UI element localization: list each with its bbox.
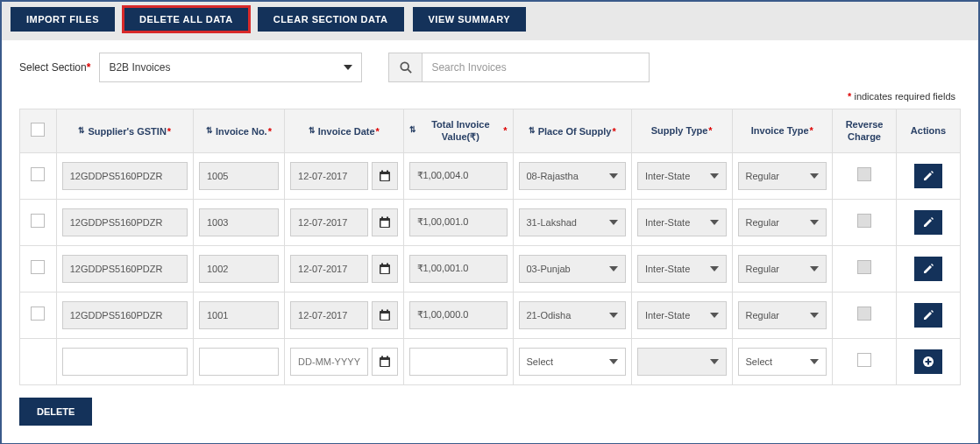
svg-rect-19 [380,360,388,366]
search-icon [400,61,412,74]
add-button[interactable] [914,349,942,374]
chevron-down-icon [710,173,719,179]
chevron-down-icon [710,266,719,271]
pencil-icon [922,263,934,275]
search-button[interactable] [388,53,422,82]
gstin-input[interactable] [62,162,188,190]
date-input[interactable] [290,348,367,376]
row-checkbox[interactable] [31,214,45,228]
pos-select[interactable]: Select [519,348,626,376]
svg-rect-21 [387,356,388,358]
calendar-icon[interactable] [372,162,398,190]
date-input[interactable] [290,162,367,190]
total-input[interactable] [409,301,508,329]
svg-rect-7 [380,221,388,227]
supply-select[interactable]: Inter-State [637,255,727,283]
col-supply: Supply Type [651,124,708,137]
invno-input[interactable] [199,301,279,329]
row-checkbox[interactable] [31,260,45,274]
pos-select[interactable]: 08-Rajastha [519,162,626,190]
supply-select[interactable]: Inter-State [637,301,727,329]
invoice-table: ⇅Supplier's GSTIN* ⇅Invoice No.* ⇅Invoic… [19,109,961,385]
col-invno: Invoice No. [216,125,267,137]
invtype-select[interactable]: Regular [738,162,827,190]
invtype-select[interactable]: Regular [738,255,827,283]
reverse-checkbox [857,307,871,321]
calendar-icon[interactable] [372,348,398,376]
invtype-select[interactable]: Regular [738,301,827,329]
edit-button[interactable] [914,257,942,281]
date-input[interactable] [290,255,367,283]
invtype-select[interactable]: Regular [738,208,827,236]
calendar-icon[interactable] [372,255,398,283]
table-row: 08-RajasthaInter-StateRegular [20,152,961,199]
col-invtype: Invoice Type [751,124,809,137]
svg-rect-15 [380,314,388,320]
col-total: Total Invoice Value(₹) [419,118,503,144]
chevron-down-icon [810,266,819,271]
total-input[interactable] [409,348,508,376]
svg-rect-4 [381,170,383,173]
reverse-checkbox [857,260,871,274]
search-input[interactable] [422,53,650,82]
invtype-select[interactable]: Select [738,348,827,376]
col-invdate: Invoice Date [318,125,375,137]
delete-button[interactable]: DELETE [19,398,92,426]
edit-button[interactable] [914,164,942,188]
required-indicator: * indicates required fields [19,88,961,109]
svg-rect-9 [387,216,388,219]
import-files-button[interactable]: IMPORT FILES [11,7,115,32]
pos-select[interactable]: 31-Lakshad [519,208,626,236]
pos-select[interactable]: 21-Odisha [519,301,626,329]
chevron-down-icon [810,359,819,364]
svg-rect-17 [387,309,388,312]
col-reverse: Reverse Charge [846,119,884,142]
edit-button[interactable] [914,303,942,328]
invno-input[interactable] [199,255,279,283]
pencil-icon [922,170,934,182]
svg-line-1 [408,69,411,73]
table-row-new: SelectSelect [20,338,961,384]
sort-icon[interactable]: ⇅ [529,126,536,137]
total-input[interactable] [409,255,508,283]
select-all-checkbox[interactable] [31,123,45,137]
supply-select[interactable] [637,348,727,376]
chevron-down-icon [609,220,618,225]
reverse-checkbox [857,167,871,181]
sort-icon[interactable]: ⇅ [309,126,316,137]
invno-input[interactable] [199,208,279,236]
gstin-input[interactable] [62,255,188,283]
gstin-input[interactable] [62,301,188,329]
view-summary-button[interactable]: VIEW SUMMARY [413,7,527,32]
edit-button[interactable] [914,210,942,235]
invno-input[interactable] [199,348,279,376]
calendar-icon[interactable] [372,301,398,329]
date-input[interactable] [290,301,367,329]
delete-all-data-button[interactable]: DELETE ALL DATA [124,7,249,32]
sort-icon[interactable]: ⇅ [206,126,213,137]
sort-icon[interactable]: ⇅ [78,126,85,137]
supply-select[interactable]: Inter-State [637,162,727,190]
svg-rect-13 [387,263,388,265]
reverse-checkbox[interactable] [857,353,871,367]
date-input[interactable] [290,208,367,236]
row-checkbox[interactable] [31,307,45,321]
total-input[interactable] [409,208,508,236]
row-checkbox[interactable] [31,167,45,181]
pos-select[interactable]: 03-Punjab [519,255,626,283]
invno-input[interactable] [199,162,279,190]
clear-section-data-button[interactable]: CLEAR SECTION DATA [258,7,404,32]
section-select-value: B2B Invoices [109,61,170,74]
chevron-down-icon [609,266,618,271]
supply-select[interactable]: Inter-State [637,208,727,236]
col-gstin: Supplier's GSTIN [88,125,166,137]
chevron-down-icon [710,313,719,318]
chevron-down-icon [609,173,618,179]
calendar-icon[interactable] [372,208,398,236]
plus-icon [922,356,934,368]
total-input[interactable] [409,162,508,190]
gstin-input[interactable] [62,208,188,236]
section-select[interactable]: B2B Invoices [99,53,362,82]
gstin-input[interactable] [62,348,188,376]
sort-icon[interactable]: ⇅ [409,125,416,136]
